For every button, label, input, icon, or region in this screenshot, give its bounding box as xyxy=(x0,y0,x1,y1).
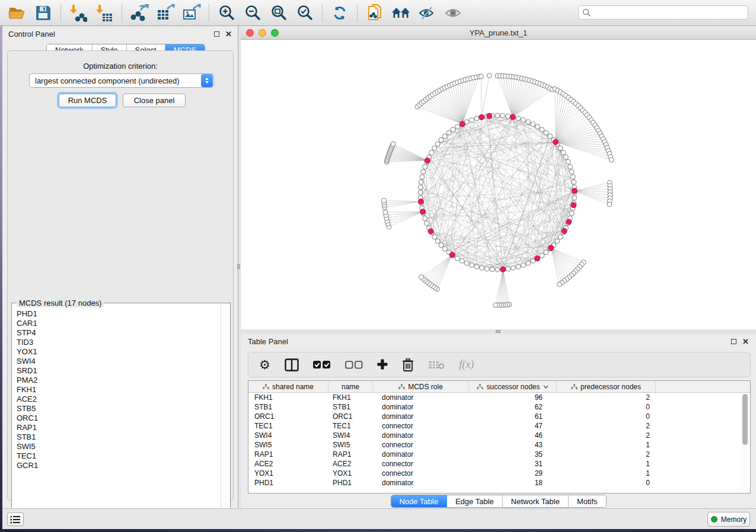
cell-MCDS-role: dominator xyxy=(373,412,469,421)
mcds-list-item[interactable]: SRD1 xyxy=(12,366,221,376)
dropdown-stepper-icon xyxy=(201,74,213,87)
export-table-icon[interactable] xyxy=(155,3,176,23)
table-row[interactable]: STB1STB1dominator620 xyxy=(248,402,750,412)
mcds-list-item[interactable]: STP4 xyxy=(12,328,221,338)
cell-successor-nodes: 46 xyxy=(469,431,557,440)
mcds-list-item[interactable]: YOX1 xyxy=(12,347,221,357)
cell-shared-name: FKH1 xyxy=(248,393,328,402)
mcds-list-item[interactable]: PMA2 xyxy=(12,376,221,385)
dropdown-value: largest connected component (undirected) xyxy=(30,76,201,85)
mcds-list-item[interactable]: TEC1 xyxy=(12,451,221,461)
tab-node-table[interactable]: Node Table xyxy=(391,495,447,507)
open-folder-icon[interactable] xyxy=(7,3,27,23)
vertical-splitter-handle[interactable] xyxy=(237,264,240,269)
show-all-icon[interactable] xyxy=(443,3,463,23)
close-panel-icon[interactable]: ✕ xyxy=(225,30,232,38)
mcds-list-item[interactable]: GCR1 xyxy=(12,461,221,470)
cell-name: FKH1 xyxy=(328,393,373,402)
deselect-all-icon[interactable] xyxy=(345,356,363,374)
network-canvas[interactable] xyxy=(241,40,756,329)
float-panel-icon[interactable] xyxy=(214,31,219,37)
run-mcds-button[interactable]: Run MCDS xyxy=(59,94,116,107)
table-toolbar: ⚙ ✚ f(x) xyxy=(248,352,751,377)
cell-predecessor-nodes: 2 xyxy=(557,422,656,430)
column-header-name[interactable]: name xyxy=(328,381,373,392)
column-header-successor-nodes[interactable]: successor nodes xyxy=(469,381,557,392)
save-icon[interactable] xyxy=(33,3,53,23)
table-panel-title: Table Panel xyxy=(248,337,288,346)
import-network-icon[interactable] xyxy=(68,3,88,23)
search-input[interactable] xyxy=(591,8,748,17)
table-scrollbar-thumb[interactable] xyxy=(742,394,748,445)
tab-network-table[interactable]: Network Table xyxy=(503,495,569,507)
column-header-predecessor-nodes[interactable]: predecessor nodes xyxy=(557,381,656,392)
mcds-list-item[interactable]: PHD1 xyxy=(12,309,221,319)
zoom-in-icon[interactable] xyxy=(216,3,237,23)
column-header-filler xyxy=(656,381,750,392)
mcds-list-item[interactable]: FKH1 xyxy=(12,385,221,395)
table-row[interactable]: ACE2ACE2connector311 xyxy=(248,459,750,469)
task-history-button[interactable] xyxy=(7,512,24,526)
hide-selected-icon[interactable] xyxy=(417,3,437,23)
table-settings-icon[interactable]: ⚙ xyxy=(259,356,270,374)
memory-button[interactable]: Memory xyxy=(707,512,750,527)
export-network-icon[interactable] xyxy=(129,3,149,23)
network-window-title: YPA_prune.txt_1 xyxy=(241,28,756,37)
table-row[interactable]: SWI4SWI4dominator462 xyxy=(248,431,750,440)
cell-name: STB1 xyxy=(328,403,373,411)
delete-column-icon[interactable] xyxy=(402,356,414,374)
cell-MCDS-role: connector xyxy=(373,469,469,477)
table-row[interactable]: PHD1PHD1dominator180 xyxy=(248,478,750,488)
control-panel: Control Panel ✕ NetworkStyleSelectMCDS O… xyxy=(2,26,238,508)
zoom-selected-icon[interactable] xyxy=(295,3,315,23)
table-row[interactable]: TEC1TEC1connector472 xyxy=(248,421,750,431)
optimization-criterion-dropdown[interactable]: largest connected component (undirected) xyxy=(29,73,214,88)
network-window-titlebar: YPA_prune.txt_1 xyxy=(241,26,756,40)
table-row[interactable]: YOX1YOX1connector291 xyxy=(248,469,750,478)
import-table-icon[interactable] xyxy=(94,3,114,23)
split-view-icon[interactable] xyxy=(285,356,299,374)
mcds-list-item[interactable]: SWI5 xyxy=(12,442,221,451)
cell-shared-name: RAP1 xyxy=(248,450,328,459)
mcds-list-item[interactable]: ACE2 xyxy=(12,395,221,404)
cell-shared-name: PHD1 xyxy=(248,479,328,487)
tab-motifs[interactable]: Motifs xyxy=(569,495,606,507)
network-file-icon[interactable] xyxy=(365,3,385,23)
float-table-panel-icon[interactable] xyxy=(731,339,736,344)
first-neighbors-icon[interactable] xyxy=(391,3,411,23)
zoom-out-icon[interactable] xyxy=(243,3,263,23)
mcds-list-item[interactable]: CAR1 xyxy=(12,319,221,328)
cell-name: TEC1 xyxy=(328,422,373,430)
mcds-list-item[interactable]: ORC1 xyxy=(12,414,221,423)
cell-predecessor-nodes: 0 xyxy=(557,479,656,487)
refresh-icon[interactable] xyxy=(330,3,350,23)
search-field[interactable] xyxy=(578,5,748,20)
status-bar: Memory xyxy=(2,508,756,529)
mcds-list-item[interactable]: TID3 xyxy=(12,338,221,347)
column-header-MCDS-role[interactable]: MCDS role xyxy=(373,381,469,392)
cell-predecessor-nodes: 0 xyxy=(557,412,656,421)
add-column-icon[interactable]: ✚ xyxy=(377,356,388,374)
table-scrollbar[interactable] xyxy=(741,394,749,492)
tab-edge-table[interactable]: Edge Table xyxy=(447,495,503,507)
mcds-list-item[interactable]: STB1 xyxy=(12,432,221,442)
table-panel: Table Panel ✕ ⚙ ✚ f(x) shared namenameMC… xyxy=(241,334,756,508)
cell-successor-nodes: 47 xyxy=(469,422,557,430)
zoom-fit-icon[interactable] xyxy=(269,3,289,23)
network-view-window: YPA_prune.txt_1 xyxy=(241,26,756,329)
mcds-list-item[interactable]: SWI4 xyxy=(12,357,221,366)
table-row[interactable]: SWI5SWI5connector431 xyxy=(248,440,750,450)
export-image-icon[interactable] xyxy=(181,3,202,23)
horizontal-splitter-handle[interactable] xyxy=(496,330,500,333)
close-panel-button[interactable]: Close panel xyxy=(123,94,186,107)
mcds-list-item[interactable]: RAP1 xyxy=(12,423,221,432)
close-table-panel-icon[interactable]: ✕ xyxy=(742,338,749,345)
mcds-list-item[interactable]: STB5 xyxy=(12,404,221,414)
column-header-shared-name[interactable]: shared name xyxy=(248,381,328,392)
table-row[interactable]: RAP1RAP1dominator352 xyxy=(248,450,750,459)
cell-shared-name: ACE2 xyxy=(248,460,328,468)
table-row[interactable]: FKH1FKH1dominator962 xyxy=(248,393,750,402)
table-row[interactable]: ORC1ORC1dominator610 xyxy=(248,412,750,421)
select-all-icon[interactable] xyxy=(313,356,331,374)
mcds-list-scrollbar[interactable] xyxy=(221,304,229,522)
